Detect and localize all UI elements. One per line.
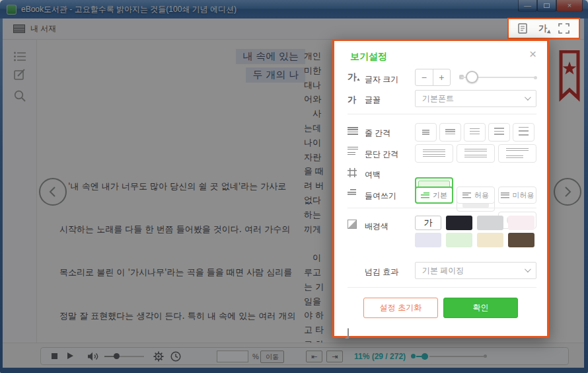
background-color-label: 배경색 <box>365 221 388 232</box>
confirm-button[interactable]: 확인 <box>443 298 518 318</box>
bg-color-swatch-white[interactable]: 가 <box>415 216 441 230</box>
font-family-dropdown[interactable]: 기본폰트 <box>415 90 536 107</box>
indent-default-label: 기본 <box>433 190 447 200</box>
panel-title: 보기설정 <box>350 51 387 63</box>
font-size-slider-knob[interactable] <box>466 71 478 83</box>
paragraph-spacing-option-2[interactable] <box>457 144 495 163</box>
font-size-label: 글자 크기 <box>365 74 398 85</box>
indent-allow-label: 허용 <box>474 190 489 200</box>
indent-allow-icon <box>462 192 471 198</box>
font-size-icon: 가 <box>348 71 357 82</box>
panel-close-icon[interactable]: × <box>529 47 536 62</box>
bg-color-swatch-cream[interactable] <box>477 233 503 247</box>
font-size-slider-max-dot <box>534 76 537 79</box>
bg-color-swatch-pink[interactable] <box>508 216 534 230</box>
line-spacing-1-icon <box>422 130 429 135</box>
indent-default-icon <box>421 192 429 198</box>
line-spacing-2-icon <box>445 129 455 136</box>
line-spacing-option-5[interactable] <box>513 123 534 142</box>
fullscreen-icon[interactable] <box>558 23 570 34</box>
line-spacing-option-1[interactable] <box>415 123 437 142</box>
line-spacing-option-4[interactable] <box>488 123 510 142</box>
indent-disallow-icon <box>501 192 509 198</box>
font-settings-icon[interactable]: 가 <box>538 22 547 34</box>
indent-option-disallow[interactable]: 미허용 <box>498 186 536 204</box>
paragraph-spacing-icon <box>348 147 358 155</box>
line-spacing-icon <box>348 127 358 135</box>
divider <box>348 114 536 114</box>
page-turn-effect-value: 기본 페이징 <box>422 265 464 276</box>
chevron-down-icon <box>525 266 531 272</box>
margin-icon <box>348 168 357 177</box>
cursor-mark <box>547 30 552 35</box>
view-settings-panel: 보기설정 × 가 글자 크기 − + 가 글꼴 기본폰트 줄 간격 문단 간격 <box>332 39 549 338</box>
indent-icon <box>348 189 356 195</box>
app-window: eBook도서관 - 고요할수록 밝아지는 것들(100쇄 기념 에디션) — … <box>0 0 588 373</box>
page-turn-effect-dropdown[interactable]: 기본 페이징 <box>415 262 536 279</box>
chevron-down-icon <box>525 94 531 101</box>
font-family-icon: 가 <box>348 94 356 106</box>
indent-label: 들여쓰기 <box>365 190 396 202</box>
font-size-stepper: − + <box>415 69 451 86</box>
bg-color-swatch-gray[interactable] <box>477 216 503 230</box>
page-turn-effect-icon <box>348 328 349 339</box>
line-spacing-5-icon <box>519 127 529 138</box>
indent-disallow-label: 미허용 <box>513 190 534 200</box>
paragraph-spacing-option-1[interactable] <box>415 144 453 163</box>
divider <box>348 208 536 208</box>
font-family-value: 기본폰트 <box>422 93 454 104</box>
background-color-icon <box>348 220 357 229</box>
line-spacing-3-icon <box>470 128 480 136</box>
page-view-icon[interactable] <box>518 23 527 34</box>
font-size-decrease-button[interactable]: − <box>416 69 433 85</box>
paragraph-spacing-label: 문단 간격 <box>365 149 398 160</box>
divider <box>348 287 536 288</box>
margin-label: 여백 <box>365 169 381 181</box>
font-size-increase-button[interactable]: + <box>433 69 451 85</box>
bg-color-swatch-lavender[interactable] <box>415 233 441 247</box>
paragraph-spacing-option-3[interactable] <box>498 144 536 163</box>
font-family-label: 글꼴 <box>365 95 381 106</box>
paragraph-spacing-2-icon <box>464 149 487 158</box>
bg-color-swatch-green[interactable] <box>446 233 472 247</box>
indent-option-default[interactable]: 기본 <box>415 186 453 204</box>
reset-settings-button[interactable]: 설정 초기화 <box>363 298 438 318</box>
view-tools-highlight-box: 가 <box>507 18 580 39</box>
bg-color-swatch-dark[interactable] <box>446 216 472 230</box>
paragraph-spacing-1-icon <box>423 149 445 157</box>
page-turn-effect-label: 넘김 효과 <box>365 267 398 278</box>
line-spacing-option-3[interactable] <box>464 123 486 142</box>
line-spacing-4-icon <box>494 128 504 137</box>
line-spacing-label: 줄 간격 <box>365 128 390 139</box>
bg-color-swatch-brown[interactable] <box>508 233 534 247</box>
paragraph-spacing-3-icon <box>506 148 529 159</box>
indent-option-allow[interactable]: 허용 <box>457 186 495 204</box>
line-spacing-option-2[interactable] <box>439 123 461 142</box>
